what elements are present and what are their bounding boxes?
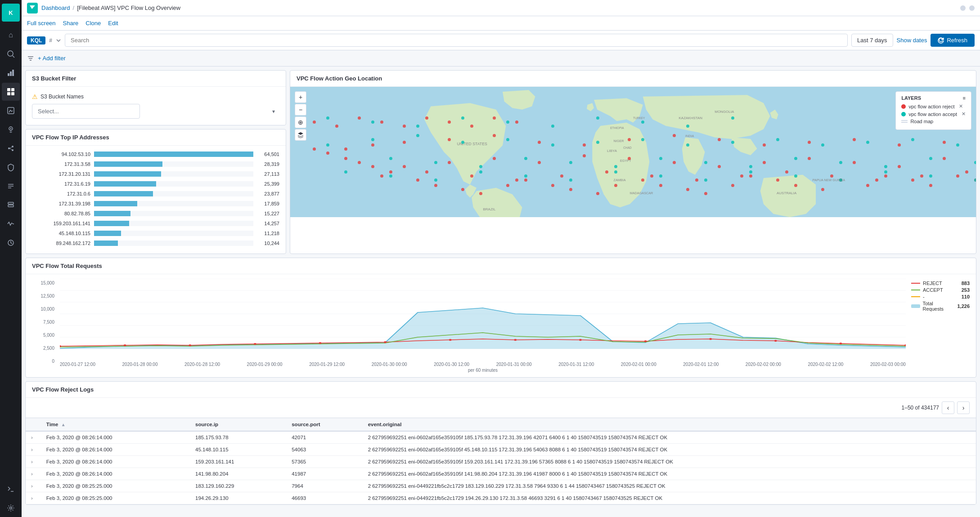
td-expand: › [26, 456, 41, 468]
td-time: Feb 3, 2020 @ 08:26:14.000 [41, 431, 190, 444]
ip-bar [94, 201, 137, 206]
nav-fullscreen[interactable]: Full screen [27, 20, 56, 27]
ip-bar-wrap [94, 221, 253, 226]
th-event-original: event.original [363, 418, 976, 432]
show-dates-button[interactable]: Show dates [897, 37, 927, 44]
map-dot-reject [448, 161, 451, 164]
s3-bucket-select[interactable]: Select... [32, 104, 140, 119]
pagination-prev[interactable]: ‹ [942, 401, 954, 414]
infra-icon[interactable] [2, 196, 20, 214]
map-dot-accept [884, 170, 887, 174]
dev-tools-icon[interactable] [2, 480, 20, 498]
uptime-icon[interactable] [2, 234, 20, 252]
map-controls: + − ⊕ [295, 91, 306, 141]
map-dot-accept [839, 178, 842, 182]
map-dot-reject [403, 165, 406, 168]
apm-icon[interactable] [2, 215, 20, 233]
expand-icon[interactable]: › [31, 495, 33, 501]
x-axis: 2020-01-27 12:00 2020-01-28 00:00 2020-0… [60, 362, 906, 367]
breadcrumb-dashboard[interactable]: Dashboard [41, 4, 70, 11]
nav-edit[interactable]: Edit [108, 20, 118, 27]
map-dot-reject [763, 161, 766, 164]
sort-icon-time[interactable]: ▲ [61, 422, 66, 427]
discover-icon[interactable] [2, 45, 20, 63]
map-dot-accept [704, 178, 707, 182]
svg-rect-41 [901, 120, 908, 121]
visualize-icon[interactable] [2, 64, 20, 82]
table-row: › Feb 3, 2020 @ 08:26:14.000 45.148.10.1… [26, 444, 976, 456]
siem-icon[interactable] [2, 158, 20, 176]
expand-icon[interactable]: › [31, 459, 33, 464]
map-dots [290, 87, 976, 217]
window-minimize[interactable] [960, 5, 966, 11]
time-range-button[interactable]: Last 7 days [851, 34, 893, 47]
expand-icon[interactable]: › [31, 471, 33, 477]
chart-legend: REJECT 883 ACCEPT 253 - 110 [911, 279, 970, 373]
map-dot-accept [641, 120, 644, 124]
nav-clone[interactable]: Clone [85, 20, 101, 27]
dropdown-arrow[interactable] [56, 38, 61, 43]
map-zoom-in[interactable]: + [295, 91, 306, 103]
refresh-label: Refresh [947, 37, 967, 44]
map-dot-accept [569, 161, 572, 164]
top-strip: Dashboard / [Filebeat AWS] VPC Flow Log … [22, 0, 980, 67]
chart-panel-header: VPC Flow Total Requests [26, 258, 976, 274]
map-dot-accept [389, 174, 392, 178]
td-expand: › [26, 492, 41, 504]
ip-bar [94, 152, 253, 157]
map-dot-accept [326, 143, 329, 147]
pagination-next[interactable]: › [957, 401, 970, 414]
add-filter-button[interactable]: + Add filter [38, 55, 66, 62]
logs-icon[interactable] [2, 177, 20, 195]
legend-line-dash [911, 296, 920, 297]
map-dot-reject [524, 178, 527, 182]
maps-icon[interactable] [2, 120, 20, 138]
map-zoom-out[interactable]: − [295, 104, 306, 116]
map-dot-accept [371, 138, 374, 141]
td-expand: › [26, 468, 41, 480]
map-dot-reject [749, 174, 752, 178]
legend-line-total [911, 304, 920, 308]
map-dot-reject [313, 147, 316, 151]
layers-menu-icon[interactable]: ≡ [963, 95, 966, 101]
expand-icon[interactable]: › [31, 435, 33, 440]
refresh-button[interactable]: Refresh [931, 34, 975, 47]
map-dot-reject [380, 174, 383, 178]
ip-row: 80.82.78.85 15,227 [32, 209, 279, 218]
search-input[interactable] [65, 34, 848, 47]
home-icon[interactable]: ⌂ [2, 26, 20, 44]
legend-reject-x[interactable]: ✕ [959, 103, 963, 109]
map-dot-reject [929, 184, 932, 187]
map-dot-accept [551, 125, 554, 128]
time-series-svg [60, 279, 906, 360]
settings-icon[interactable] [2, 499, 20, 517]
svg-rect-8 [11, 92, 14, 95]
ip-label: 172.31.3.58 [32, 161, 90, 167]
expand-icon[interactable]: › [31, 483, 33, 489]
x-tick-8: 2020-01-31 12:00 [558, 362, 594, 367]
window-maximize[interactable] [969, 5, 975, 11]
map-dot-reject [740, 174, 743, 178]
x-tick-0: 2020-01-27 12:00 [60, 362, 95, 367]
ip-row: 172.31.39.198 17,859 [32, 200, 279, 208]
ip-label: 89.248.162.172 [32, 241, 90, 246]
ip-row: 172.31.6.19 25,399 [32, 180, 279, 188]
map-layers-btn[interactable] [295, 129, 306, 141]
svg-point-24 [10, 507, 12, 509]
dashboard-icon[interactable] [2, 83, 20, 101]
expand-icon[interactable]: › [31, 447, 33, 452]
svg-point-57 [514, 339, 517, 341]
ml-icon[interactable] [2, 139, 20, 157]
kibana-logo[interactable]: K [2, 4, 20, 22]
ip-row: 172.31.3.58 28,319 [32, 160, 279, 168]
map-dot-reject [731, 184, 734, 187]
map-dot-accept [614, 170, 617, 174]
legend-accept-x[interactable]: ✕ [962, 111, 966, 117]
canvas-icon[interactable] [2, 102, 20, 120]
nav-share[interactable]: Share [63, 20, 79, 27]
td-time: Feb 3, 2020 @ 08:25:25.000 [41, 480, 190, 492]
kibana-logo-bar [27, 3, 38, 13]
map-dot-reject [853, 138, 856, 141]
map-dot-reject [551, 184, 554, 187]
map-compass[interactable]: ⊕ [295, 116, 306, 128]
